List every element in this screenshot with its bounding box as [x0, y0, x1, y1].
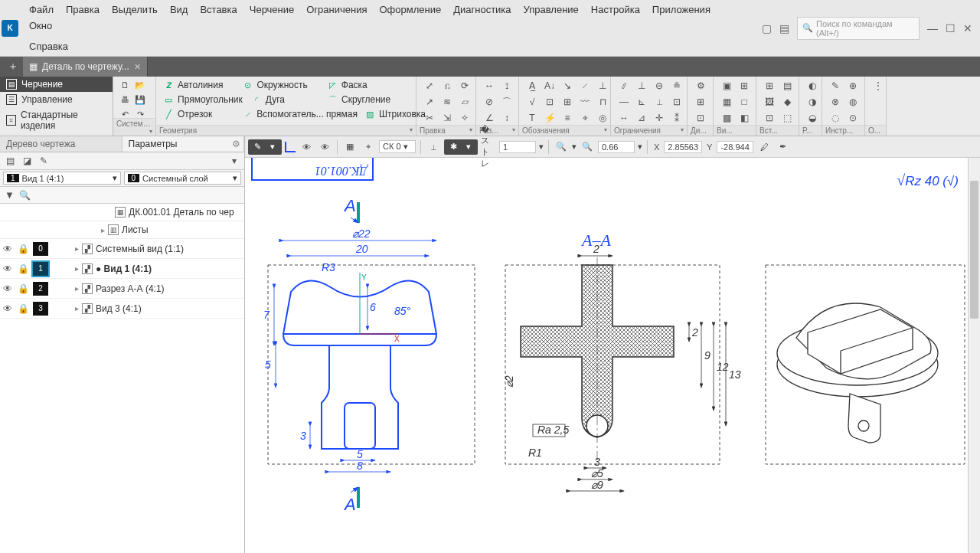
- menu-select[interactable]: Выделить: [106, 2, 164, 18]
- new-tab-button[interactable]: ＋: [3, 60, 23, 74]
- visibility-icon[interactable]: 👁: [0, 283, 15, 294]
- tool-icon[interactable]: ◍: [844, 94, 861, 110]
- tool-icon[interactable]: ⊓: [594, 94, 611, 110]
- autoline-button[interactable]: 𝙕Автолиния: [161, 78, 224, 92]
- tool-icon[interactable]: ⚙: [692, 78, 709, 93]
- maximize-button[interactable]: ☐: [946, 22, 956, 34]
- menu-view[interactable]: Вид: [164, 2, 194, 18]
- coord-system-select[interactable]: СК 0 ▾: [379, 140, 416, 153]
- tool-icon[interactable]: ⟂: [651, 94, 668, 110]
- step-icon[interactable]: �ストレ: [481, 139, 496, 155]
- tool-icon[interactable]: ⌒: [498, 94, 515, 110]
- menu-manage[interactable]: Управление: [518, 2, 585, 18]
- tool-icon[interactable]: ◒: [804, 110, 821, 126]
- tool-icon[interactable]: ⊥: [633, 78, 650, 93]
- lock-icon[interactable]: 🔒: [15, 263, 31, 274]
- chamfer-button[interactable]: ◸Фаска: [325, 78, 369, 92]
- tool-icon[interactable]: ⊞: [692, 94, 709, 110]
- tool-icon[interactable]: ✎: [827, 78, 844, 93]
- grid-icon[interactable]: ▦: [342, 139, 358, 155]
- panel-tab-params[interactable]: Параметры⚙: [122, 136, 245, 152]
- expand-icon[interactable]: ▸: [75, 304, 79, 312]
- tool-icon[interactable]: Т: [524, 110, 541, 126]
- open-file-button[interactable]: 📂: [133, 78, 147, 92]
- tool-icon[interactable]: ⊗: [827, 94, 844, 110]
- tool-icon[interactable]: ⊡: [541, 94, 558, 110]
- tool-icon[interactable]: ⌖: [577, 110, 593, 126]
- tool-icon[interactable]: ⊞: [559, 94, 576, 110]
- expand-icon[interactable]: ▸: [101, 226, 105, 234]
- prop-icon[interactable]: ▾: [227, 154, 241, 168]
- axis-icon[interactable]: ⌖: [361, 139, 376, 155]
- rect-button[interactable]: ▭Прямоугольник: [161, 93, 244, 106]
- menu-apps[interactable]: Приложения: [646, 2, 717, 18]
- activity-drawing[interactable]: ▤Черчение: [0, 77, 113, 92]
- tool-icon[interactable]: ◧: [736, 110, 753, 126]
- tool-icon[interactable]: ∠: [481, 110, 498, 126]
- expand-icon[interactable]: ▸: [75, 284, 79, 293]
- segment-button[interactable]: ╱Отрезок: [161, 107, 214, 121]
- tool-icon[interactable]: ⊡: [668, 94, 685, 110]
- ortho-icon[interactable]: ⟂: [426, 139, 441, 155]
- menu-diagnostics[interactable]: Диагностика: [447, 2, 517, 18]
- menu-format[interactable]: Оформление: [374, 2, 448, 18]
- lock-icon[interactable]: 🔒: [15, 303, 31, 314]
- prop-icon[interactable]: ✎: [37, 154, 51, 168]
- tool-icon[interactable]: 👁: [317, 139, 332, 155]
- tool-icon[interactable]: ⊞: [736, 78, 753, 93]
- zoom-fit-icon[interactable]: 🔍: [554, 139, 569, 155]
- tree-sheets[interactable]: ▸▥Листы: [0, 221, 244, 239]
- tool-icon[interactable]: ↔: [481, 78, 498, 93]
- tool-icon[interactable]: ⊿: [633, 110, 650, 126]
- tab-close-icon[interactable]: ✕: [134, 62, 141, 72]
- visibility-icon[interactable]: 👁: [0, 244, 15, 254]
- command-search[interactable]: 🔍 Поиск по командам (Alt+/): [797, 17, 920, 40]
- tool-icon[interactable]: ◆: [779, 94, 795, 110]
- menu-help[interactable]: Справка: [23, 38, 74, 54]
- tool-icon[interactable]: ▦: [718, 94, 735, 110]
- tool-icon[interactable]: ≋: [439, 94, 456, 110]
- tool-icon[interactable]: ⊙: [844, 110, 861, 126]
- tool-icon[interactable]: ✧: [456, 110, 473, 126]
- menu-drawing[interactable]: Черчение: [243, 2, 301, 18]
- tool-icon[interactable]: ✛: [651, 110, 668, 126]
- menu-insert[interactable]: Вставка: [194, 2, 243, 18]
- tool-icon[interactable]: [285, 142, 296, 152]
- tree-row[interactable]: 👁 🔒 2 ▸ ▞ Разрез А-А (4:1): [0, 279, 244, 299]
- tool-icon[interactable]: ⊖: [651, 78, 668, 93]
- tool-icon[interactable]: ⇲: [439, 110, 456, 126]
- tool-icon[interactable]: ◐: [804, 78, 821, 93]
- panel-tab-tree[interactable]: Дерево чертежа: [0, 136, 122, 152]
- tree-row[interactable]: 👁 🔒 3 ▸ ▞ Вид 3 (4:1): [0, 299, 244, 319]
- pen-mode[interactable]: ✎▾: [248, 139, 282, 155]
- tool-icon[interactable]: ◌: [827, 110, 844, 126]
- gear-icon[interactable]: ⚙: [232, 139, 240, 149]
- tool-icon[interactable]: ⊾: [633, 94, 650, 110]
- current-layer-select[interactable]: 0Системный слой▾: [124, 172, 242, 185]
- tool-icon[interactable]: ⟟: [498, 78, 515, 93]
- tool-icon[interactable]: ↘: [559, 78, 576, 93]
- save-button[interactable]: 💾: [133, 93, 147, 106]
- tool-icon[interactable]: ⫽: [616, 78, 632, 93]
- tool-icon[interactable]: ▤: [779, 78, 795, 93]
- vertical-scrollbar[interactable]: [968, 158, 980, 553]
- tool-icon[interactable]: ⤢: [421, 78, 438, 93]
- snap-mode[interactable]: ✱▾: [444, 139, 478, 155]
- tool-icon[interactable]: ⟋: [577, 78, 593, 93]
- tool-icon[interactable]: ▩: [718, 110, 735, 126]
- tool-icon[interactable]: ⊥: [594, 78, 611, 93]
- lock-icon[interactable]: 🔒: [15, 283, 31, 294]
- fillet-button[interactable]: ⌒Скругление: [325, 93, 392, 106]
- tool-icon[interactable]: ⊕: [844, 78, 861, 93]
- new-file-button[interactable]: 🗋: [118, 78, 132, 92]
- tool-icon[interactable]: ◑: [804, 94, 821, 110]
- tool-icon[interactable]: ✒: [775, 139, 790, 155]
- expand-icon[interactable]: ▸: [75, 244, 79, 253]
- tool-icon[interactable]: ↕: [498, 110, 515, 126]
- tool-icon[interactable]: ✂: [421, 110, 438, 126]
- tree-root[interactable]: ▦ДК.001.01 Деталь по чер: [0, 204, 244, 221]
- tool-icon[interactable]: 🖊: [756, 139, 772, 155]
- tool-icon[interactable]: ⊡: [761, 110, 778, 126]
- tool-icon[interactable]: ⁑: [668, 110, 685, 126]
- lock-icon[interactable]: 🔒: [15, 244, 31, 254]
